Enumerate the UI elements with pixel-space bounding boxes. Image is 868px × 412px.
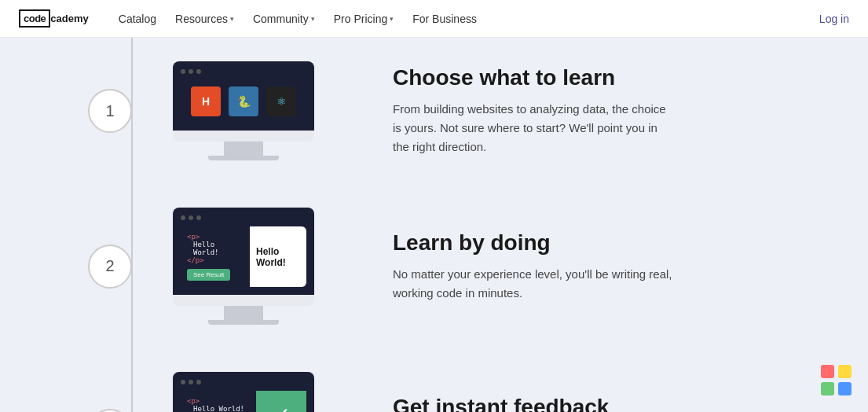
step-2-row: 2 <p> Hello World! </p> Se: [0, 184, 868, 348]
dot-8: [189, 380, 193, 384]
monitor-base-2: [208, 320, 279, 325]
step-3-text: Get instant feedback Your code is tested…: [393, 395, 821, 413]
logo-dot-red: [821, 365, 834, 378]
step-3-image: <p> Hello World! </p> Next Lesson ✓ PERF…: [173, 372, 314, 412]
step-2-image: <p> Hello World! </p> See Result Hello W…: [173, 208, 314, 325]
code-tag-open: <p>: [187, 233, 244, 241]
step-2-text: Learn by doing No matter your experience…: [393, 230, 821, 303]
monitor-stand-2: [224, 306, 263, 320]
nav-resources[interactable]: Resources ▾: [167, 8, 242, 30]
html-icon: H: [191, 86, 221, 116]
community-caret-icon: ▾: [311, 15, 315, 23]
step-1-number-col: 1: [79, 89, 141, 133]
monitor-stand: [224, 142, 263, 156]
nav-links: Catalog Resources ▾ Community ▾ Pro Pric…: [111, 8, 819, 30]
step-2-number-col: 2: [79, 245, 141, 289]
tech-icons-row: H 🐍 ⚛: [181, 80, 306, 123]
step-2-desc: No matter your experience level, you'll …: [393, 265, 676, 303]
dot-5: [189, 215, 193, 220]
step-1-row: 1 H 🐍: [0, 38, 868, 184]
login-link[interactable]: Log in: [819, 13, 849, 25]
step-3-number-col: 3: [79, 409, 141, 413]
nav-catalog[interactable]: Catalog: [111, 8, 164, 30]
step3-split: <p> Hello World! </p> Next Lesson ✓: [181, 391, 306, 412]
see-result-button[interactable]: See Result: [187, 269, 230, 281]
logo-code: code: [19, 9, 50, 28]
logo-academy: cademy: [50, 13, 88, 24]
dot-4: [181, 215, 185, 220]
step-3-monitor: <p> Hello World! </p> Next Lesson ✓ PERF…: [173, 372, 314, 412]
monitor-bg: [173, 131, 314, 142]
python-icon: 🐍: [229, 86, 258, 116]
result-panel: Hello World!: [250, 226, 306, 287]
dot-3: [196, 69, 201, 74]
step-2-monitor: <p> Hello World! </p> See Result Hello W…: [173, 208, 314, 325]
logo-dot-yellow: [838, 365, 852, 378]
monitor-bg-2: [173, 295, 314, 306]
nav-pro-pricing[interactable]: Pro Pricing ▾: [326, 8, 401, 30]
navbar: codecademy Catalog Resources ▾ Community…: [0, 0, 868, 38]
step-1-circle: 1: [88, 89, 132, 133]
dot-6: [196, 215, 201, 220]
monitor-base: [208, 156, 279, 160]
hello-world-output: Hello World!: [256, 246, 300, 268]
step-1-desc: From building websites to analyzing data…: [393, 100, 676, 156]
nav-community[interactable]: Community ▾: [245, 8, 323, 30]
step-1-screen: H 🐍 ⚛: [173, 61, 314, 131]
check-icon: ✓: [273, 403, 291, 413]
step-3-screen: <p> Hello World! </p> Next Lesson ✓ PERF…: [173, 372, 314, 412]
monitor-dots-2: [181, 215, 306, 220]
code-content: Hello World!: [187, 241, 244, 256]
react-icon: ⚛: [266, 86, 296, 116]
step-2-circle: 2: [88, 245, 132, 289]
split-screen: <p> Hello World! </p> See Result Hello W…: [181, 226, 306, 287]
step-1-text: Choose what to learn From building websi…: [393, 65, 821, 156]
dot-9: [196, 380, 201, 384]
dot-1: [181, 69, 185, 74]
code-panel: <p> Hello World! </p> See Result: [181, 226, 250, 287]
step-1-monitor: H 🐍 ⚛: [173, 61, 314, 160]
brand-logo-colors: [821, 365, 852, 396]
logo-dot-blue: [838, 382, 852, 395]
step-2-screen: <p> Hello World! </p> See Result Hello W…: [173, 208, 314, 295]
nav-for-business[interactable]: For Business: [405, 8, 485, 30]
step-3-title: Get instant feedback: [393, 395, 821, 413]
dot-2: [189, 69, 193, 74]
step-1-image: H 🐍 ⚛: [173, 61, 314, 160]
steps-section: 1 H 🐍: [0, 38, 868, 412]
logo-dot-green: [821, 382, 834, 395]
code-tag-close: </p>: [187, 256, 244, 264]
step-3-circle: 3: [88, 409, 132, 413]
monitor-dots-3: [181, 380, 306, 384]
logo[interactable]: codecademy: [19, 9, 89, 28]
code-panel-3: <p> Hello World! </p> Next Lesson: [181, 391, 256, 412]
step-3-row: 3 <p> Hello World! </p>: [0, 348, 868, 412]
check-panel: ✓: [256, 391, 306, 412]
code3-content: Hello World!: [187, 405, 250, 412]
code3-tag-open: <p>: [187, 397, 250, 405]
monitor-dots: [181, 69, 306, 74]
step-2-title: Learn by doing: [393, 230, 821, 256]
resources-caret-icon: ▾: [230, 15, 234, 23]
dot-7: [181, 380, 185, 384]
pro-pricing-caret-icon: ▾: [390, 15, 394, 23]
step-1-title: Choose what to learn: [393, 65, 821, 90]
